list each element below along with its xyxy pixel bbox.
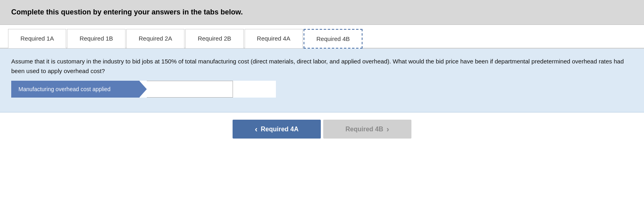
tab-required-4a[interactable]: Required 4A <box>245 29 303 49</box>
tab-required-1a[interactable]: Required 1A <box>8 29 66 49</box>
content-description: Assume that it is customary in the indus… <box>11 57 633 76</box>
header-banner: Complete this question by entering your … <box>0 0 644 25</box>
chevron-left-icon <box>255 125 258 133</box>
form-label-wrapper: Manufacturing overhead cost applied <box>11 81 140 98</box>
content-area: Assume that it is customary in the indus… <box>0 49 644 112</box>
tab-required-4b[interactable]: Required 4B <box>304 29 363 49</box>
form-row-label: Manufacturing overhead cost applied <box>11 81 140 98</box>
form-input-cell <box>147 81 233 98</box>
manufacturing-overhead-input[interactable] <box>147 81 233 97</box>
chevron-right-icon <box>387 125 389 133</box>
header-instruction: Complete this question by entering your … <box>11 8 633 16</box>
prev-button-label: Required 4A <box>261 126 298 133</box>
tab-container: Required 1A Required 1B Required 2A Requ… <box>0 28 644 49</box>
prev-button[interactable]: Required 4A <box>233 120 321 139</box>
form-row: Manufacturing overhead cost applied <box>11 81 276 98</box>
tab-required-2a[interactable]: Required 2A <box>126 29 184 49</box>
arrow-right-icon <box>140 81 147 97</box>
tab-required-1b[interactable]: Required 1B <box>67 29 125 49</box>
next-button: Required 4B <box>323 120 411 139</box>
next-button-label: Required 4B <box>346 126 383 133</box>
nav-buttons: Required 4A Required 4B <box>0 112 644 147</box>
page-wrapper: Complete this question by entering your … <box>0 0 644 204</box>
tab-required-2b[interactable]: Required 2B <box>185 29 243 49</box>
